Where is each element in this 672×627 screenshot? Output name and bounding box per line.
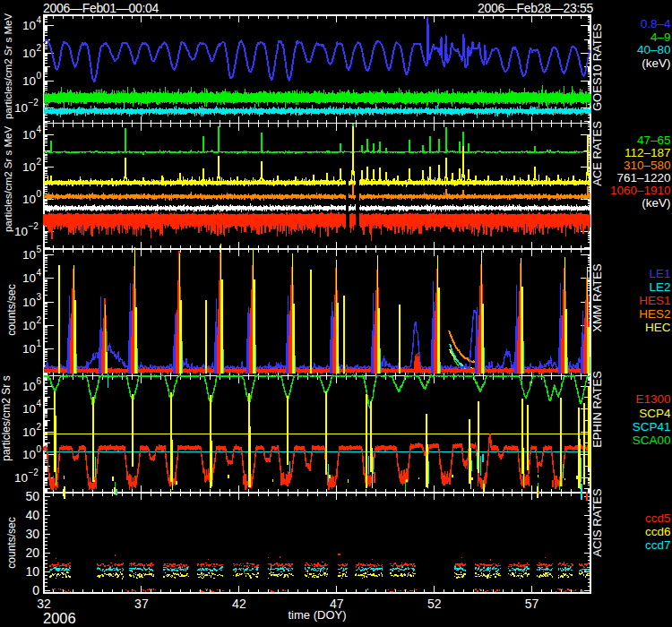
svg-text:ccd7: ccd7 — [645, 538, 671, 552]
svg-text:ACE RATES: ACE RATES — [590, 121, 604, 186]
svg-text:3: 3 — [37, 292, 42, 302]
svg-text:10: 10 — [22, 296, 36, 309]
svg-text:−2: −2 — [29, 468, 39, 477]
svg-text:−2: −2 — [29, 98, 39, 107]
svg-text:57: 57 — [525, 597, 539, 611]
svg-text:1060–1910: 1060–1910 — [610, 184, 671, 197]
svg-text:2: 2 — [37, 422, 42, 432]
svg-text:10: 10 — [22, 193, 36, 206]
svg-text:10: 10 — [22, 128, 36, 142]
svg-text:30: 30 — [25, 527, 39, 541]
svg-text:10: 10 — [22, 74, 36, 88]
svg-text:10: 10 — [14, 225, 28, 238]
svg-text:SCP4: SCP4 — [639, 407, 671, 420]
svg-text:10: 10 — [22, 319, 36, 332]
svg-text:time (DOY): time (DOY) — [289, 608, 347, 622]
svg-text:10: 10 — [22, 160, 36, 174]
svg-text:2: 2 — [37, 43, 42, 53]
svg-text:10: 10 — [22, 342, 36, 356]
svg-text:HES2: HES2 — [639, 307, 670, 321]
svg-text:4–9: 4–9 — [650, 30, 671, 44]
svg-text:particles/cm2 Sr s: particles/cm2 Sr s — [0, 375, 13, 460]
svg-text:10: 10 — [14, 471, 28, 485]
svg-text:20: 20 — [25, 545, 39, 560]
svg-text:LE1: LE1 — [649, 267, 670, 280]
svg-text:particles/cm2 Sr s MeV: particles/cm2 Sr s MeV — [3, 13, 13, 120]
svg-text:4: 4 — [37, 125, 42, 134]
svg-text:2: 2 — [37, 315, 42, 325]
svg-text:40: 40 — [25, 508, 39, 522]
svg-text:6: 6 — [37, 376, 42, 386]
svg-text:HEC: HEC — [645, 321, 671, 334]
svg-text:GOES10 RATES: GOES10 RATES — [590, 23, 604, 111]
svg-text:(keV): (keV) — [642, 196, 670, 210]
svg-text:0: 0 — [37, 189, 42, 199]
svg-text:10: 10 — [22, 402, 36, 416]
svg-text:10: 10 — [22, 248, 36, 262]
svg-text:0.8–4: 0.8–4 — [641, 17, 671, 30]
svg-text:2: 2 — [37, 157, 42, 167]
svg-text:ACIS RATES: ACIS RATES — [590, 488, 604, 557]
svg-text:E1300: E1300 — [635, 392, 670, 406]
svg-text:10: 10 — [22, 380, 36, 393]
svg-text:10: 10 — [22, 448, 36, 461]
svg-text:32: 32 — [37, 597, 51, 611]
svg-text:10: 10 — [22, 19, 36, 32]
svg-text:10: 10 — [14, 101, 28, 115]
svg-text:(keV): (keV) — [642, 56, 670, 70]
svg-text:47–65: 47–65 — [637, 133, 671, 147]
svg-text:310–580: 310–580 — [624, 159, 671, 172]
svg-text:SCA00: SCA00 — [633, 434, 671, 447]
svg-text:40–80: 40–80 — [637, 43, 671, 56]
svg-text:10: 10 — [22, 425, 36, 439]
svg-text:4: 4 — [37, 268, 42, 278]
svg-text:37: 37 — [134, 597, 149, 611]
svg-text:EPHIN RATES: EPHIN RATES — [590, 371, 604, 448]
svg-text:0: 0 — [37, 71, 42, 81]
svg-text:4: 4 — [37, 15, 42, 25]
svg-text:1: 1 — [37, 339, 42, 348]
svg-text:LE2: LE2 — [649, 280, 670, 294]
svg-text:50: 50 — [25, 489, 39, 503]
svg-text:5: 5 — [37, 245, 42, 254]
svg-text:ccd6: ccd6 — [645, 525, 671, 538]
svg-text:0: 0 — [32, 583, 39, 597]
svg-text:10: 10 — [22, 271, 36, 285]
svg-text:ccd5: ccd5 — [645, 511, 671, 525]
svg-text:2006—Feb28—23:55: 2006—Feb28—23:55 — [478, 1, 594, 15]
svg-text:42: 42 — [232, 597, 246, 611]
svg-text:2006—Feb01—00:04: 2006—Feb01—00:04 — [43, 1, 159, 15]
svg-text:HES1: HES1 — [639, 294, 670, 307]
svg-text:10: 10 — [25, 564, 39, 579]
svg-text:SCP41: SCP41 — [633, 420, 671, 434]
svg-text:−2: −2 — [29, 221, 39, 231]
svg-text:XMM RATES: XMM RATES — [590, 263, 604, 332]
svg-text:0: 0 — [37, 444, 42, 454]
svg-text:4: 4 — [37, 399, 42, 408]
svg-text:2006: 2006 — [43, 610, 76, 626]
svg-text:counts/sec: counts/sec — [5, 284, 18, 335]
svg-text:counts/sec: counts/sec — [5, 517, 18, 568]
svg-text:10: 10 — [22, 47, 36, 60]
svg-text:52: 52 — [427, 597, 442, 611]
svg-text:particles/cm2 Sr s MeV: particles/cm2 Sr s MeV — [3, 126, 13, 233]
